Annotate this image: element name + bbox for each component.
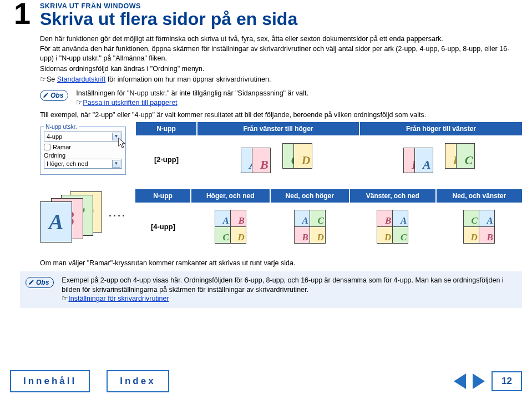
cell-4up-3: BA DC: [349, 203, 436, 254]
see-standard-link[interactable]: Standardutskrift: [57, 75, 106, 83]
row-label-2up: [2-upp]: [136, 135, 197, 186]
th-h3: Ned, och höger: [270, 189, 349, 203]
intro-p2: För att använda den här funktionen, öppn…: [40, 44, 522, 63]
index-button[interactable]: Index: [107, 370, 169, 392]
sheet-c: C: [456, 143, 475, 169]
footer-bar: Innehåll Index 12: [10, 370, 522, 392]
pencil-icon: [28, 279, 34, 285]
intro-p3: Sidornas ordningsföljd kan ändras i "Ord…: [40, 64, 522, 74]
pencil-icon: [43, 92, 49, 98]
obs-badge: Obs: [40, 90, 68, 101]
toc-button[interactable]: Innehåll: [10, 370, 90, 392]
sheet-a: A: [414, 148, 433, 173]
chapter-number: 1: [10, 0, 34, 27]
ramar-checkbox[interactable]: Ramar: [44, 144, 122, 150]
intro-p1: Den här funktionen gör det möjligt att f…: [40, 34, 522, 44]
th-nup: N-upp: [136, 122, 197, 135]
th-rtl: Från höger till vänster: [359, 122, 522, 135]
cell-4up-1: AB CD: [191, 203, 270, 254]
printer-dialog: N-upp utskr. 4-upp ▼ Ramar Ordning Höger…: [40, 127, 126, 175]
chevron-down-icon: ▼: [112, 160, 120, 168]
obs-badge: Obs: [26, 277, 54, 288]
th-h5: Ned, och vänster: [436, 189, 522, 203]
next-page-button[interactable]: [473, 373, 485, 389]
row-label-4up: [4-upp]: [135, 203, 191, 254]
see-line: ☞Se Standardutskrift för information om …: [40, 75, 522, 84]
table-2up: N-upp Från vänster till höger Från höger…: [136, 122, 522, 186]
cell-2up-ltr: A B C D: [197, 135, 359, 186]
dots-icon: ····: [109, 210, 126, 222]
obs-note-2: Obs Exempel på 2-upp och 4-upp visas här…: [20, 271, 522, 309]
order-select[interactable]: Höger, och ned ▼: [44, 159, 122, 169]
th-ltr: Från vänster till höger: [197, 122, 359, 135]
frames-note: Om man väljer "Ramar"-kryssrutan kommer …: [40, 259, 522, 267]
obs1-link[interactable]: Passa in utskriften till papperet: [83, 99, 177, 107]
cell-4up-2: AC BD: [270, 203, 349, 254]
abcd-stack-illustration: D C B A ····: [40, 191, 107, 243]
page-number: 12: [492, 371, 522, 391]
dialog-group-label: N-upp utskr.: [44, 123, 79, 130]
obs2-text: Exempel på 2-upp och 4-upp visas här. Or…: [62, 276, 516, 295]
example-intro: Till exempel, när "2-upp" eller "4-upp" …: [40, 111, 522, 119]
obs-note-1: Obs Inställningen för "N-upp utskr." är …: [40, 89, 522, 108]
pointer-icon: ☞Se: [40, 75, 57, 83]
sheet-d: D: [293, 143, 312, 169]
see-suffix: för information om hur man öppnar skriva…: [105, 75, 271, 83]
intro-block: Den här funktionen gör det möjligt att f…: [40, 34, 522, 84]
sheet-b: B: [252, 148, 271, 173]
th-h2: Höger, och ned: [191, 189, 270, 203]
pointer-icon: ☞: [76, 99, 83, 107]
th-h4: Vänster, och ned: [349, 189, 436, 203]
obs2-link[interactable]: Inställningar för skrivardrivrutiner: [68, 295, 169, 302]
cell-4up-4: CA DB: [436, 203, 522, 254]
table-4up: N-upp Höger, och ned Ned, och höger Väns…: [135, 189, 522, 254]
section-title: Skriva ut flera sidor på en sida: [40, 10, 522, 29]
order-label: Ordning: [44, 152, 122, 159]
pointer-icon: ☞: [62, 295, 68, 302]
cursor-icon: [118, 137, 128, 149]
cell-2up-rtl: B A D C: [359, 135, 522, 186]
th-nup: N-upp: [135, 189, 191, 203]
nup-select[interactable]: 4-upp ▼: [44, 132, 122, 142]
obs1-text: Inställningen för "N-upp utskr." är inte…: [76, 89, 308, 98]
prev-page-button[interactable]: [454, 373, 466, 389]
